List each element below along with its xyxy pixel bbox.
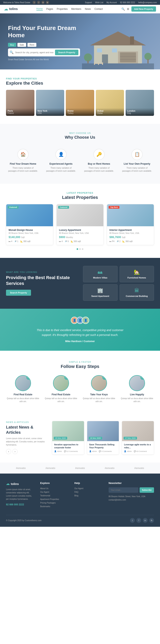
newsletter-subscribe-btn[interactable]: Subscribe: [140, 487, 154, 493]
news-date-3: 27 Nov, 2020: [124, 437, 137, 440]
services-right: 🏘 Modern Villas 🏡 Furnished Homes 🏢 Swee…: [83, 266, 154, 301]
why-cards: 🏠 Find Your Dream Home There many variat…: [6, 146, 154, 176]
search-button[interactable]: Search Property: [55, 50, 78, 55]
prop-baths-3: 🚿 2: [116, 240, 120, 242]
city-card-overlay-dubai: Dubai Dubai: [96, 108, 124, 116]
prop-beds-3: 🛏 P4: [110, 240, 114, 242]
news-card-meta-1: 👤 Admin 💬 12 Comments: [54, 450, 82, 452]
step-img-3: 03: [91, 375, 107, 391]
step-name-2: Find Real Estate: [44, 393, 78, 396]
footer-col-help: Help Our Agent FAQ Blog: [74, 482, 102, 509]
footer-help-faq[interactable]: FAQ: [74, 491, 102, 493]
settings-icon[interactable]: ⚙: [127, 8, 130, 10]
topbar-wishlist[interactable]: Wish List: [95, 2, 104, 4]
property-card-1[interactable]: Featured Monali Design House 80 Brazon S…: [6, 204, 53, 245]
footer-help-agent[interactable]: Our Agent: [74, 487, 102, 490]
dot-2[interactable]: [79, 248, 81, 250]
linkedin-icon[interactable]: lk: [46, 1, 49, 4]
footer-help-blog[interactable]: Blog: [74, 494, 102, 497]
city-card-paris[interactable]: Paris France: [6, 90, 34, 116]
why-card-rent: 🔑 Buy or Rent Homes There many variation…: [82, 146, 116, 176]
tab-buy[interactable]: Buy: [8, 43, 16, 47]
city-card-rome[interactable]: Rome Turkey: [66, 90, 94, 116]
city-name-dubai: Dubai: [98, 110, 122, 112]
news-card-2[interactable]: 26 Nov, 2020 Save Thousands Selling Your…: [87, 421, 119, 455]
tab-sale[interactable]: Sale: [18, 43, 26, 47]
twitter-icon[interactable]: t: [32, 1, 36, 4]
why-card-desc-agents: There many variation of passages of lore…: [46, 166, 76, 172]
footer-desc: Lorem ipsum dolor sit amet, consectetur …: [6, 488, 34, 501]
city-cards: Paris France New York USA Rome Turkey Du…: [6, 90, 154, 116]
service-name-villas: Modern Villas: [86, 276, 115, 279]
news-card-body-2: Save Thousands Selling Your Property 👤 A…: [87, 441, 119, 454]
footer-linkedin-icon[interactable]: lk: [149, 518, 154, 523]
city-card-dubai[interactable]: Dubai Dubai: [96, 90, 124, 116]
nav-news[interactable]: News: [85, 8, 91, 10]
footer-col-explore: Explore About Us Our Agent Testimonial A…: [40, 482, 68, 509]
footer-address-street: 86 Brazen Holistic Street, New York, USA: [108, 495, 154, 498]
step-item-1: 01 Find Real Estate Quisqu tall us duca …: [6, 375, 40, 403]
properties-title: Latest Properties: [6, 195, 154, 200]
footer-link-testimonial[interactable]: Testimonial: [40, 494, 68, 497]
news-admin-3: 👤 Admin: [124, 450, 132, 452]
news-card-title-3: Leverage agile works to a robu...: [124, 443, 152, 449]
logo[interactable]: ☁ tolins: [4, 6, 18, 12]
footer-instagram-icon[interactable]: in: [143, 518, 148, 523]
step-desc-1: Quisqu tall us duca aliuei ulrice bibie …: [6, 397, 40, 403]
property-card-2[interactable]: Featured Luxury Appartment 80 Brazon Str…: [56, 204, 104, 245]
testimonial-author: Mike Hardison / Customer: [6, 340, 154, 343]
footer-link-agent[interactable]: Our Agent: [40, 491, 68, 493]
news-prev-btn[interactable]: ‹: [6, 449, 11, 454]
brand-1: #envato: [16, 466, 26, 470]
newsletter-input[interactable]: [108, 487, 138, 493]
author-name: Mike Hardison: [65, 340, 82, 343]
footer-twitter-icon[interactable]: t: [130, 518, 135, 523]
service-furnished-homes[interactable]: 🏡 Furnished Homes: [120, 266, 154, 282]
footer-link-about[interactable]: About Us: [40, 487, 68, 490]
footer-link-bookmarks[interactable]: Bookmarks: [40, 505, 68, 508]
facebook-icon[interactable]: f: [37, 1, 40, 4]
nav-members[interactable]: Members: [71, 8, 81, 10]
services-search-btn[interactable]: Search Property: [6, 290, 31, 296]
news-header: News & Articles Latest News & Articles L…: [6, 421, 154, 455]
dot-1[interactable]: [76, 248, 78, 250]
topbar-myaccount[interactable]: My Account: [106, 2, 117, 4]
topbar-support[interactable]: Support: [85, 2, 92, 4]
footer-link-pricing[interactable]: Pricing Packages: [40, 502, 68, 504]
property-img-1: Featured: [6, 204, 53, 226]
add-property-button[interactable]: Add New Property: [132, 6, 156, 12]
news-card-3[interactable]: 27 Nov, 2020 Leverage agile works to a r…: [122, 421, 154, 455]
footer-link-apartment[interactable]: Apartment Properties: [40, 498, 68, 500]
nav-pages[interactable]: Pages: [46, 8, 53, 10]
tab-rent[interactable]: Rent: [28, 43, 36, 47]
services-label: What Are You Looking: [6, 271, 77, 273]
city-country-newyork: USA: [38, 112, 63, 114]
footer-facebook-icon[interactable]: f: [136, 518, 141, 523]
property-features-1: 🛏 4 🚿 1 📐 300 sqft: [8, 240, 50, 242]
instagram-icon[interactable]: in: [42, 1, 44, 4]
search-input[interactable]: [15, 51, 54, 54]
news-next-btn[interactable]: ›: [12, 449, 18, 454]
prop-baths-2: 🚿 6: [64, 240, 68, 242]
footer-grid: ☁ tolins Lorem ipsum dolor sit amet, con…: [6, 482, 154, 509]
dot-3[interactable]: [82, 248, 84, 250]
footer-newsletter-title: Newsletter: [108, 482, 154, 484]
service-sweet-apartment[interactable]: 🏢 Sweet Apartment: [83, 284, 118, 301]
footer-col-newsletter: Newsletter Subscribe 86 Brazen Holistic …: [108, 482, 154, 509]
cities-section: Find Your Properties Explore the Cities …: [0, 70, 160, 124]
city-card-london[interactable]: London Eng: [126, 90, 154, 116]
property-name-3: Interior Appartment: [110, 229, 152, 232]
search-icon[interactable]: 🔍: [122, 8, 125, 10]
nav-home[interactable]: Home: [36, 8, 43, 10]
why-icon-agents: 👤: [56, 149, 66, 160]
logo-icon: ☁: [4, 6, 8, 12]
why-card-list: 📋 List Your Own Property There many vari…: [120, 146, 154, 176]
property-card-3[interactable]: Top Rent Interior Appartment 80 Brazon S…: [107, 204, 154, 245]
service-icon-homes: 🏡: [122, 269, 152, 275]
nav-properties[interactable]: Properties: [57, 8, 68, 10]
city-card-newyork[interactable]: New York USA: [36, 90, 64, 116]
news-card-1[interactable]: 25 Nov, 2020 Iterative approaches to cor…: [52, 421, 84, 455]
nav-contact[interactable]: Contact: [94, 8, 102, 10]
service-modern-villas[interactable]: 🏘 Modern Villas: [83, 266, 118, 282]
service-commercial[interactable]: 🏛 Commercial Building: [120, 284, 154, 301]
